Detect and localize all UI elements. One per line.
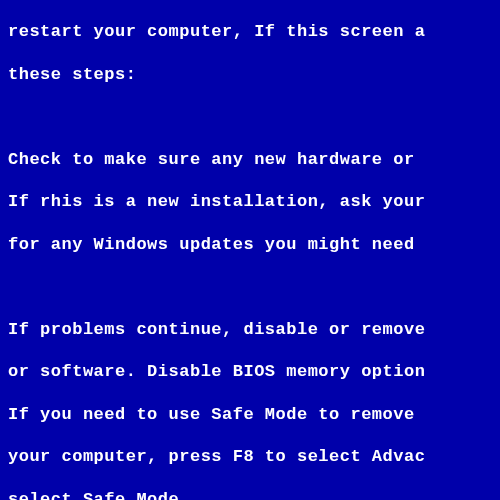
bsod-screen: restart your computer, If this screen a … [0, 0, 500, 500]
blank-line [8, 106, 492, 127]
text-line: Check to make sure any new hardware or [8, 149, 492, 170]
text-line: or software. Disable BIOS memory option [8, 361, 492, 382]
text-line: If problems continue, disable or remove [8, 319, 492, 340]
text-line: select Safe Mode. [8, 489, 492, 500]
text-line: for any Windows updates you might need [8, 234, 492, 255]
text-line: these steps: [8, 64, 492, 85]
blank-line [8, 276, 492, 297]
text-line: If rhis is a new installation, ask your [8, 191, 492, 212]
text-line: restart your computer, If this screen a [8, 21, 492, 42]
text-line: your computer, press F8 to select Advac [8, 446, 492, 467]
text-line: If you need to use Safe Mode to remove [8, 404, 492, 425]
